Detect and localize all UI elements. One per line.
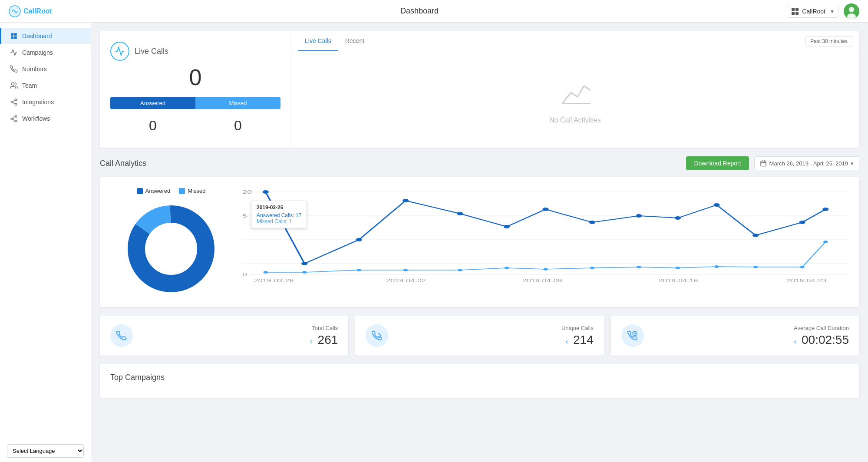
sidebar-label-team: Team: [22, 82, 37, 89]
unique-calls-content: Unique Calls ‹ 214: [397, 325, 593, 347]
missed-bar: Missed: [195, 97, 281, 109]
svg-point-60: [823, 241, 828, 243]
svg-point-35: [356, 238, 362, 241]
missed-count: 0: [195, 114, 281, 137]
sidebar-item-dashboard[interactable]: Dashboard: [0, 28, 91, 44]
svg-point-45: [799, 221, 805, 224]
avg-duration-value: ‹ 00:02:55: [653, 333, 849, 347]
svg-rect-5: [14, 33, 17, 36]
live-calls-header: Live Calls: [110, 42, 281, 61]
org-selector[interactable]: CallRoot ▾: [787, 5, 838, 18]
legend-missed-dot: [179, 188, 185, 194]
date-range-chevron: ▾: [851, 160, 854, 167]
svg-point-56: [676, 267, 680, 269]
svg-point-10: [11, 101, 13, 103]
sidebar-nav: Dashboard Campaigns Numbers Team Integra…: [0, 23, 91, 132]
svg-point-59: [800, 266, 805, 268]
svg-point-41: [636, 214, 642, 218]
answered-missed-counts: 0 0: [110, 114, 281, 137]
svg-text:2019-04-09: 2019-04-09: [522, 278, 562, 283]
phone-clock-icon: [627, 330, 638, 341]
chart-legend: Answered Missed: [137, 188, 206, 194]
sidebar-item-workflows[interactable]: Workflows: [0, 110, 91, 127]
logo[interactable]: CallRoot: [9, 5, 52, 17]
svg-text:2019-04-02: 2019-04-02: [386, 278, 426, 283]
chevron-down-icon: ▾: [831, 8, 834, 15]
stat-card-avg-duration: Average Call Duration ‹ 00:02:55: [611, 316, 859, 356]
integrations-icon: [10, 98, 18, 106]
avatar-icon: [844, 3, 859, 19]
legend-answered: Answered: [137, 188, 171, 194]
sidebar-item-campaigns[interactable]: Campaigns: [0, 44, 91, 61]
svg-point-8: [12, 82, 14, 85]
svg-point-53: [543, 268, 548, 271]
svg-point-36: [403, 199, 409, 202]
line-chart: 20 5 0: [242, 188, 849, 283]
tab-recent[interactable]: Recent: [338, 31, 371, 51]
svg-point-49: [356, 269, 361, 271]
past-label: Past 30 minutes: [805, 36, 852, 46]
total-calls-label: Total Calls: [142, 325, 338, 331]
phone-wave-icon: [372, 330, 382, 341]
svg-point-43: [713, 203, 719, 207]
page-title: Dashboard: [400, 7, 439, 16]
donut-chart: [123, 201, 219, 297]
numbers-icon: [10, 65, 18, 73]
svg-point-39: [542, 208, 548, 211]
layout: Dashboard Campaigns Numbers Team Integra…: [0, 0, 868, 462]
avatar[interactable]: [844, 3, 859, 19]
download-report-button[interactable]: Download Report: [686, 156, 749, 170]
svg-point-34: [301, 262, 307, 265]
live-calls-card: Live Calls 0 Answered Missed 0 0: [100, 31, 291, 148]
svg-point-57: [714, 265, 719, 268]
tab-live-calls[interactable]: Live Calls: [298, 31, 338, 51]
svg-point-33: [263, 190, 269, 194]
sidebar: Dashboard Campaigns Numbers Team Integra…: [0, 23, 91, 462]
sidebar-label-integrations: Integrations: [22, 99, 54, 106]
stat-card-total-calls: Total Calls ‹ 261: [100, 316, 348, 356]
sidebar-label-dashboard: Dashboard: [22, 33, 52, 40]
svg-point-37: [457, 212, 463, 215]
legend-missed-label: Missed: [188, 188, 205, 194]
top-campaigns-card: Top Campaigns: [100, 364, 859, 398]
stats-row: Total Calls ‹ 261 Unique Calls: [100, 316, 859, 356]
svg-point-46: [822, 208, 828, 211]
line-chart-section: 20 5 0: [242, 188, 849, 297]
language-select[interactable]: Select Language: [7, 444, 84, 458]
phone-icon: [116, 330, 127, 341]
sidebar-item-team[interactable]: Team: [0, 77, 91, 94]
date-range-picker[interactable]: March 26, 2019 - April 25, 2019 ▾: [754, 156, 859, 170]
total-calls-content: Total Calls ‹ 261: [142, 325, 338, 347]
top-nav: CallRoot Dashboard CallRoot ▾: [0, 0, 868, 23]
svg-point-9: [15, 99, 17, 101]
tabs-card: Live Calls Recent Past 30 minutes No Cal…: [291, 31, 859, 148]
org-name: CallRoot: [802, 8, 825, 15]
svg-text:2019-04-16: 2019-04-16: [658, 278, 698, 283]
logo-icon: [9, 5, 21, 17]
svg-text:5: 5: [242, 213, 247, 218]
svg-point-51: [458, 269, 462, 271]
no-activity-text: No Call Activities: [549, 116, 601, 124]
sidebar-label-numbers: Numbers: [22, 66, 47, 73]
logo-text: CallRoot: [23, 7, 52, 15]
avg-duration-label: Average Call Duration: [653, 325, 849, 331]
svg-point-42: [675, 216, 681, 220]
sidebar-bottom: Select Language: [0, 440, 91, 462]
tabs-header: Live Calls Recent Past 30 minutes: [291, 31, 859, 51]
campaigns-icon: [10, 49, 18, 56]
svg-point-24: [147, 225, 195, 273]
sidebar-item-numbers[interactable]: Numbers: [0, 61, 91, 77]
sidebar-item-integrations[interactable]: Integrations: [0, 94, 91, 110]
legend-missed: Missed: [179, 188, 205, 194]
svg-line-13: [13, 100, 15, 102]
svg-rect-16: [15, 120, 17, 122]
workflows-icon: [10, 115, 18, 122]
chart-empty-icon: [558, 75, 593, 110]
team-icon: [10, 82, 18, 89]
top-section: Live Calls 0 Answered Missed 0 0 Live Ca…: [100, 31, 859, 148]
svg-text:20: 20: [242, 189, 252, 195]
svg-point-48: [302, 271, 307, 274]
donut-section: Answered Missed: [110, 188, 232, 297]
live-calls-count: 0: [110, 64, 281, 90]
total-calls-value: ‹ 261: [142, 333, 338, 347]
